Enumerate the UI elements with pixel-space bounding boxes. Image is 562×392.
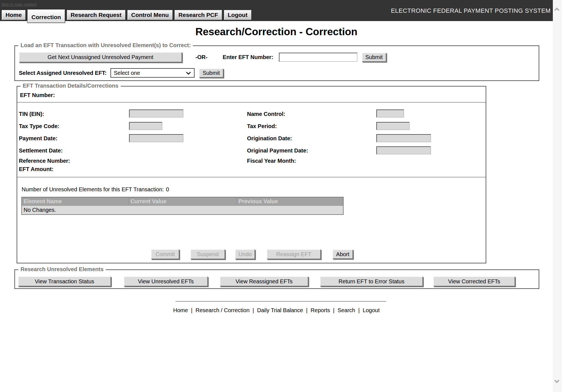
original-payment-date-label: Original Payment Date: <box>247 147 308 154</box>
footer-separator: | <box>188 307 195 313</box>
tin-input[interactable] <box>129 110 183 118</box>
assigned-eft-submit-button[interactable]: Submit <box>199 68 223 78</box>
tab-correction[interactable]: Correction <box>27 9 65 23</box>
footer-divider <box>175 301 386 302</box>
col-header-element-name: Element Name <box>22 197 128 206</box>
footer-link-reports[interactable]: Reports <box>311 307 330 313</box>
changes-table-header-row: Element Name Current Value Previous Valu… <box>22 197 343 206</box>
unresolved-count-value: 0 <box>166 186 169 192</box>
unresolved-count-label: Number of Unresolved Elements for this E… <box>22 186 164 192</box>
or-text: -OR- <box>195 54 207 60</box>
unresolved-count-line: Number of Unresolved Elements for this E… <box>22 186 169 193</box>
load-eft-legend: Load an EFT Transaction with Unresolved … <box>18 42 193 49</box>
no-changes-cell: No Changes. <box>22 206 343 215</box>
eft-amount-label: EFT Amount: <box>19 166 54 172</box>
return-eft-to-error-status-button[interactable]: Return EFT to Error Status <box>320 276 423 286</box>
undo-button[interactable]: Undo <box>235 249 255 259</box>
assigned-eft-selected-option: Select one <box>114 70 140 76</box>
tax-type-code-label: Tax Type Code: <box>19 123 59 129</box>
load-eft-section: Load an EFT Transaction with Unresolved … <box>14 45 539 81</box>
col-header-current-value: Current Value <box>128 197 236 206</box>
page: Skip to main content Home Correction Res… <box>0 0 562 392</box>
col-header-previous-value: Previous Value <box>237 197 343 206</box>
view-transaction-status-button[interactable]: View Transaction Status <box>18 276 111 286</box>
payment-date-label: Payment Date: <box>19 135 57 142</box>
name-control-label: Name Control: <box>247 111 285 117</box>
enter-eft-number-label: Enter EFT Number: <box>223 54 273 60</box>
footer-separator: | <box>330 307 337 313</box>
original-payment-date-input[interactable] <box>376 146 431 154</box>
research-unresolved-section: Research Unresolved Elements View Transa… <box>14 269 539 289</box>
tab-research-pcf[interactable]: Research PCF <box>174 10 222 20</box>
footer-link-search[interactable]: Search <box>337 307 355 313</box>
tab-research-request[interactable]: Research Request <box>67 10 126 20</box>
origination-date-input[interactable] <box>376 134 431 142</box>
view-reassigned-efts-button[interactable]: View Reassigned EFTs <box>220 276 308 286</box>
tax-period-label: Tax Period: <box>247 123 277 129</box>
assigned-unresolved-eft-select[interactable]: Select one <box>110 68 195 78</box>
footer-separator: | <box>303 307 311 313</box>
nav-tabs: Home Correction Research Request Control… <box>1 0 252 21</box>
view-unresolved-efts-button[interactable]: View Unresolved EFTs <box>124 276 208 286</box>
commit-button[interactable]: Commit <box>151 249 179 259</box>
page-title: Research/Correction - Correction <box>0 26 553 38</box>
eft-number-label: EFT Number: <box>20 92 55 98</box>
eft-number-input[interactable] <box>279 53 357 62</box>
system-title: ELECTRONIC FEDERAL PAYMENT POSTING SYSTE… <box>391 7 551 14</box>
get-next-unresolved-payment-button[interactable]: Get Next Unassigned Unresolved Payment <box>19 52 182 62</box>
footer-separator: | <box>355 307 363 313</box>
chevron-down-icon <box>186 70 191 75</box>
reference-number-label: Reference Number: <box>19 158 70 164</box>
tab-control-menu[interactable]: Control Menu <box>127 10 173 20</box>
changes-table: Element Name Current Value Previous Valu… <box>21 197 344 215</box>
eft-details-section: EFT Transaction Details/Corrections EFT … <box>17 86 486 263</box>
research-unresolved-legend: Research Unresolved Elements <box>18 266 106 273</box>
footer-links: Home|Research / Correction|Daily Trial B… <box>0 307 553 314</box>
name-control-input[interactable] <box>376 110 404 118</box>
eft-details-legend: EFT Transaction Details/Corrections <box>21 83 121 89</box>
load-eft-row-2: Select Assigned Unresolved EFT: Select o… <box>19 68 223 78</box>
select-assigned-eft-label: Select Assigned Unresolved EFT: <box>19 70 107 76</box>
footer-link-home[interactable]: Home <box>173 307 188 313</box>
settlement-date-label: Settlement Date: <box>19 147 63 154</box>
footer-separator: | <box>250 307 257 313</box>
footer-link-logout[interactable]: Logout <box>363 307 380 313</box>
tab-logout[interactable]: Logout <box>224 10 252 20</box>
tax-period-input[interactable] <box>376 122 410 130</box>
tin-label: TIN (EIN): <box>19 111 44 117</box>
suspend-button[interactable]: Suspend <box>190 249 225 259</box>
payment-date-input[interactable] <box>129 134 183 142</box>
reassign-eft-button[interactable]: Reassign EFT <box>267 249 321 259</box>
divider <box>17 102 486 103</box>
tab-home[interactable]: Home <box>1 10 26 20</box>
abort-button[interactable]: Abort <box>332 250 353 259</box>
vertical-scrollbar[interactable] <box>553 0 562 392</box>
origination-date-label: Origination Date: <box>247 135 292 142</box>
footer-link-research-correction[interactable]: Research / Correction <box>196 307 250 313</box>
footer-link-daily-trial-balance[interactable]: Daily Trial Balance <box>257 307 303 313</box>
tax-type-code-input[interactable] <box>129 122 162 130</box>
load-eft-row-1: Get Next Unassigned Unresolved Payment -… <box>19 52 386 62</box>
top-nav-bar: Skip to main content Home Correction Res… <box>0 0 553 21</box>
view-corrected-efts-button[interactable]: View Corrected EFTs <box>433 276 515 286</box>
eft-number-submit-button[interactable]: Submit <box>362 53 386 62</box>
scroll-up-icon[interactable] <box>554 7 559 12</box>
scroll-down-icon[interactable] <box>554 378 559 383</box>
table-row: No Changes. <box>22 206 343 215</box>
divider <box>17 177 486 177</box>
fiscal-year-month-label: Fiscal Year Month: <box>247 158 296 164</box>
